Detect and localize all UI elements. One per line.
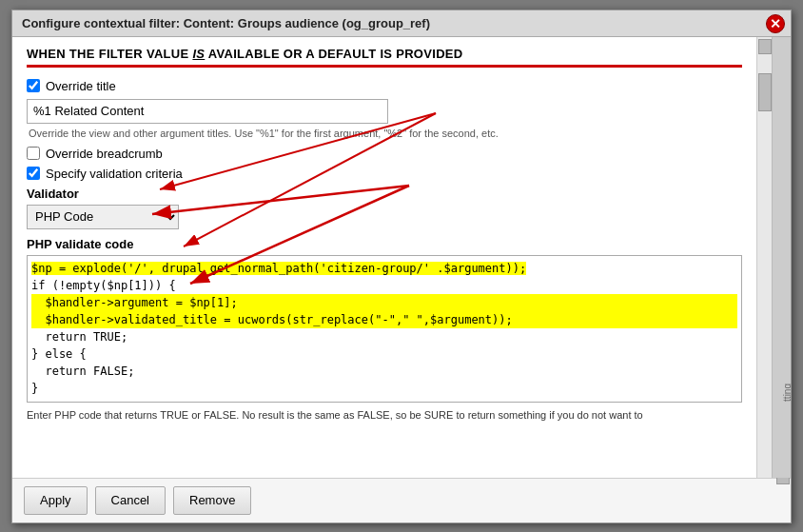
remove-button[interactable]: Remove bbox=[173, 486, 251, 515]
title-hint: Override the view and other argument tit… bbox=[29, 128, 742, 139]
right-panel: tting bbox=[772, 37, 791, 478]
scroll-thumb[interactable] bbox=[758, 73, 772, 111]
scrollbar[interactable] bbox=[756, 37, 772, 478]
code-line-1: $np = explode('/', drupal_get_normal_pat… bbox=[31, 260, 737, 277]
title-input[interactable] bbox=[27, 99, 388, 124]
code-line-8: } bbox=[31, 380, 737, 397]
php-code-container: $np = explode('/', drupal_get_normal_pat… bbox=[27, 255, 742, 403]
validator-select[interactable]: PHP Code Basic validation None bbox=[27, 205, 179, 229]
close-icon: ✕ bbox=[770, 17, 781, 30]
main-content: WHEN THE FILTER VALUE IS AVAILABLE OR A … bbox=[12, 37, 756, 478]
dialog-footer: Apply Cancel Remove bbox=[12, 478, 791, 522]
override-title-row: Override title bbox=[27, 79, 742, 93]
dialog-title-bar: Configure contextual filter: Content: Gr… bbox=[12, 10, 791, 37]
specify-validation-checkbox[interactable] bbox=[27, 167, 40, 180]
section-header-text: WHEN THE FILTER VALUE IS AVAILABLE OR A … bbox=[27, 47, 463, 61]
php-footer-text: Enter PHP code that returns TRUE or FALS… bbox=[27, 408, 742, 423]
code-line-4: $handler->validated_title = ucwords(str_… bbox=[31, 311, 737, 328]
specify-validation-label: Specify validation criteria bbox=[46, 167, 183, 181]
php-code-section: PHP validate code $np = explode('/', dru… bbox=[27, 237, 742, 423]
configure-dialog: Configure contextual filter: Content: Gr… bbox=[11, 10, 792, 523]
override-breadcrumb-row: Override breadcrumb bbox=[27, 147, 742, 161]
right-panel-label: tting bbox=[782, 384, 791, 402]
cancel-button[interactable]: Cancel bbox=[95, 486, 166, 515]
override-breadcrumb-label: Override breadcrumb bbox=[46, 147, 163, 161]
apply-button[interactable]: Apply bbox=[24, 486, 88, 515]
validator-section: Validator PHP Code Basic validation None bbox=[27, 187, 742, 229]
code-line-7: return FALSE; bbox=[31, 363, 737, 380]
php-code-label: PHP validate code bbox=[27, 237, 742, 251]
override-title-label: Override title bbox=[46, 79, 116, 93]
code-line-5: return TRUE; bbox=[31, 328, 737, 345]
override-title-checkbox[interactable] bbox=[27, 79, 40, 92]
title-input-row: Override the view and other argument tit… bbox=[27, 99, 742, 139]
validator-label: Validator bbox=[27, 187, 742, 201]
specify-validation-row: Specify validation criteria bbox=[27, 167, 742, 181]
override-breadcrumb-checkbox[interactable] bbox=[27, 147, 40, 160]
close-button[interactable]: ✕ bbox=[766, 14, 785, 33]
dialog-title: Configure contextual filter: Content: Gr… bbox=[22, 16, 430, 30]
dialog-body: WHEN THE FILTER VALUE IS AVAILABLE OR A … bbox=[12, 37, 791, 478]
scroll-up-btn[interactable] bbox=[758, 39, 772, 54]
php-code-area[interactable]: $np = explode('/', drupal_get_normal_pat… bbox=[27, 255, 742, 403]
code-line-3: $handler->argument = $np[1]; bbox=[31, 294, 737, 311]
code-line-6: } else { bbox=[31, 345, 737, 363]
section-header: WHEN THE FILTER VALUE IS AVAILABLE OR A … bbox=[27, 47, 742, 68]
validator-select-row: PHP Code Basic validation None bbox=[27, 205, 742, 229]
code-line-2: if (!empty($np[1])) { bbox=[31, 277, 737, 294]
